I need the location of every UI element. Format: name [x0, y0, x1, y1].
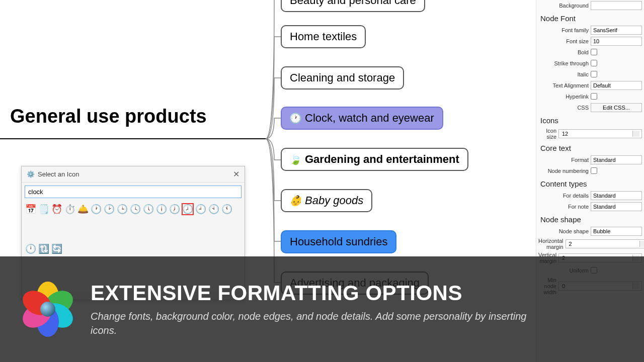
node-label: Household sundries	[290, 235, 387, 248]
icon-option[interactable]: 🛎️	[77, 203, 89, 215]
node-label: Beauty and personal care	[290, 0, 416, 7]
icon-option[interactable]: 🕛	[25, 243, 37, 255]
icon-option[interactable]: 🕓	[129, 203, 141, 215]
edit-css-button[interactable]: Edit CSS...	[591, 103, 642, 112]
details-label: For details	[538, 193, 589, 199]
icon-size-label: Icon size	[538, 128, 556, 140]
font-family-select[interactable]	[591, 26, 642, 35]
bold-label: Bold	[538, 49, 589, 55]
icon-option[interactable]: 🔃	[38, 243, 50, 255]
strike-label: Strike through	[538, 60, 589, 66]
overlay-title: EXTENSIVE FORMATTING OPTIONS	[91, 281, 624, 305]
node-label: Baby goods	[305, 194, 363, 207]
icon-option[interactable]: 🕗	[182, 203, 194, 215]
node-icon: 👶	[290, 195, 301, 206]
mindmap-node[interactable]: 👶Baby goods	[281, 189, 372, 212]
background-input[interactable]	[591, 1, 642, 10]
icon-option[interactable]: 🗒️	[38, 203, 50, 215]
section-node-font: Node Font	[536, 11, 644, 25]
shape-select[interactable]	[591, 227, 642, 236]
section-content-types: Content types	[536, 176, 644, 190]
mindmap-node[interactable]: Cleaning and storage	[281, 66, 404, 89]
node-icon: 🕐	[290, 113, 301, 124]
background-label: Background	[538, 3, 589, 9]
note-select[interactable]	[591, 202, 642, 211]
format-select[interactable]	[591, 155, 642, 164]
mindmap-node[interactable]: Beauty and personal care	[281, 0, 425, 12]
mindmap-node[interactable]: Household sundries	[281, 230, 396, 253]
hyperlink-checkbox[interactable]	[591, 93, 597, 100]
node-label: Clock, watch and eyewear	[305, 112, 434, 125]
icon-option[interactable]: 🕙	[208, 203, 220, 215]
font-family-label: Font family	[538, 27, 589, 33]
overlay-subtitle: Change fonts, background color, node edg…	[91, 309, 543, 337]
details-select[interactable]	[591, 191, 642, 200]
node-label: Gardening and entertainment	[305, 153, 459, 166]
align-select[interactable]	[591, 81, 642, 90]
node-icon: 🍃	[290, 154, 301, 165]
italic-label: Italic	[538, 71, 589, 77]
css-label: CSS	[538, 105, 589, 111]
icon-option[interactable]: 🕕	[155, 203, 168, 215]
node-label: Home textiles	[290, 30, 357, 43]
bold-checkbox[interactable]	[591, 49, 597, 55]
app-logo-icon	[20, 282, 75, 337]
section-core-text: Core text	[536, 141, 644, 154]
root-underline	[0, 138, 267, 139]
font-size-label: Font size	[538, 38, 589, 44]
mindmap-node[interactable]: 🕐Clock, watch and eyewear	[281, 107, 443, 130]
italic-checkbox[interactable]	[591, 71, 597, 77]
format-label: Format	[538, 157, 589, 163]
dialog-title: Select an Icon	[38, 170, 233, 178]
root-node[interactable]: General use products	[10, 106, 207, 127]
icon-search-input[interactable]	[25, 186, 242, 198]
numbering-label: Node numbering	[538, 168, 589, 174]
section-node-shape: Node shape	[536, 212, 644, 226]
hmargin-label: Horizontal margin	[538, 238, 564, 250]
icon-option[interactable]: 🕚	[221, 203, 233, 215]
strike-checkbox[interactable]	[591, 60, 597, 66]
icon-option[interactable]: 🕐	[90, 203, 102, 215]
numbering-checkbox[interactable]	[591, 167, 597, 174]
icon-option[interactable]: 🕖	[169, 203, 181, 215]
icon-option[interactable]: 🕒	[116, 203, 128, 215]
icon-option[interactable]: ⏰	[51, 203, 63, 215]
hyperlink-label: Hyperlink	[538, 94, 589, 100]
icon-option[interactable]: 🕑	[103, 203, 115, 215]
node-label: Cleaning and storage	[290, 71, 395, 84]
icon-size-spinner[interactable]	[558, 129, 642, 138]
icon-option[interactable]: 🔄	[51, 243, 63, 255]
close-icon[interactable]: ✕	[233, 169, 239, 179]
align-label: Text Alignment	[538, 82, 589, 88]
hmargin-spinner[interactable]	[566, 239, 644, 248]
promo-overlay: EXTENSIVE FORMATTING OPTIONS Change font…	[0, 256, 644, 362]
font-size-input[interactable]	[591, 37, 642, 46]
mindmap-node[interactable]: 🍃Gardening and entertainment	[281, 148, 468, 171]
note-label: For note	[538, 204, 589, 210]
dialog-icon: ⚙️	[27, 170, 35, 178]
icon-option[interactable]: 📅	[25, 203, 37, 215]
section-icons: Icons	[536, 113, 644, 127]
icon-option[interactable]: ⏱️	[64, 203, 76, 215]
icon-option[interactable]: 🕔	[142, 203, 154, 215]
shape-label: Node shape	[538, 228, 589, 234]
icon-option[interactable]: 🕘	[195, 203, 207, 215]
mindmap-node[interactable]: Home textiles	[281, 25, 366, 48]
